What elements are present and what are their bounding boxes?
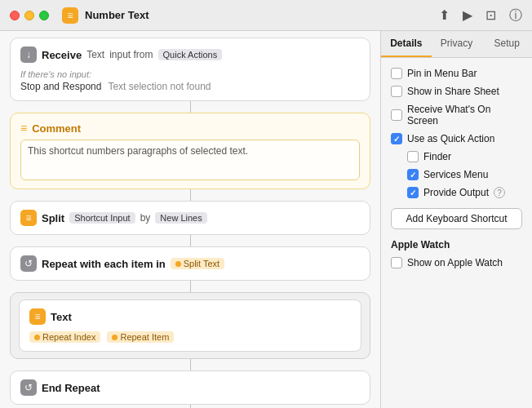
- maximize-button[interactable]: [39, 11, 49, 20]
- split-title: Split: [42, 212, 64, 224]
- text-inner-icon: ≡: [29, 308, 46, 325]
- provide-output-checkbox[interactable]: [407, 187, 419, 198]
- receive-card-header: ↓ Receive Text input from Quick Actions: [20, 47, 360, 63]
- connector-1: [10, 101, 370, 113]
- receive-screen-label: Receive What's On Screen: [407, 104, 522, 126]
- tab-details[interactable]: Details: [381, 31, 432, 57]
- comment-text[interactable]: This shortcut numbers paragraphs of sele…: [20, 140, 360, 180]
- provide-output-row: Provide Output ?: [391, 185, 522, 200]
- show-share-sheet-row: Show in Share Sheet: [391, 84, 522, 99]
- photo-button[interactable]: ⊡: [485, 9, 496, 22]
- split-newlines-tag[interactable]: New Lines: [155, 212, 206, 224]
- info-button[interactable]: ⓘ: [509, 9, 522, 22]
- receive-card: ↓ Receive Text input from Quick Actions …: [10, 38, 370, 101]
- connector-2: [10, 189, 370, 201]
- split-by-label: by: [140, 212, 151, 224]
- receive-title: Receive: [42, 49, 82, 61]
- app-icon: ≡: [62, 7, 78, 24]
- repeat-title: Repeat with each item in: [42, 258, 166, 270]
- close-button[interactable]: [10, 11, 20, 20]
- main-layout: ↓ Receive Text input from Quick Actions …: [0, 31, 532, 408]
- services-menu-row: Services Menu: [391, 167, 522, 182]
- repeat-index-token[interactable]: Repeat Index: [29, 331, 100, 343]
- show-share-sheet-checkbox[interactable]: [391, 86, 402, 97]
- receive-no-input-action[interactable]: Stop and Respond: [20, 81, 101, 92]
- receive-no-input-row: Stop and Respond Text selection not foun…: [20, 81, 360, 92]
- split-card: ≡ Split Shortcut Input by New Lines: [10, 201, 370, 235]
- details-content: Pin in Menu Bar Show in Share Sheet Rece…: [381, 58, 532, 278]
- repeat-split-text-token[interactable]: Split Text: [171, 258, 224, 269]
- receive-screen-checkbox[interactable]: [391, 109, 402, 121]
- run-button[interactable]: ▶: [463, 9, 472, 22]
- text-inner-header: ≡ Text: [29, 308, 351, 325]
- add-keyboard-shortcut-button[interactable]: Add Keyboard Shortcut: [391, 208, 522, 229]
- details-panel: Details Privacy Setup Pin in Menu Bar Sh…: [381, 31, 532, 408]
- use-quick-action-checkbox[interactable]: [391, 133, 402, 144]
- shortcut-editor[interactable]: ↓ Receive Text input from Quick Actions …: [0, 31, 381, 408]
- end-repeat-header: ↺ End Repeat: [20, 379, 360, 396]
- comment-title: Comment: [32, 122, 81, 135]
- pin-menu-bar-label: Pin in Menu Bar: [407, 68, 477, 79]
- receive-source-tag[interactable]: Quick Actions: [158, 49, 223, 60]
- finder-label: Finder: [423, 151, 451, 162]
- show-on-apple-watch-label: Show on Apple Watch: [407, 257, 503, 268]
- receive-whats-on-screen-row: Receive What's On Screen: [391, 102, 522, 128]
- window-title: Number Text: [85, 9, 432, 21]
- use-quick-action-label: Use as Quick Action: [407, 133, 494, 144]
- use-as-quick-action-row: Use as Quick Action: [391, 131, 522, 146]
- comment-card-header: ≡ Comment: [20, 122, 360, 135]
- traffic-lights: [10, 11, 49, 20]
- inner-card-wrapper: ≡ Text Repeat Index Repeat Item: [10, 292, 370, 359]
- split-icon: ≡: [20, 210, 37, 226]
- repeat-card: ↺ Repeat with each item in Split Text: [10, 246, 370, 281]
- receive-label-from: input from: [109, 49, 153, 60]
- show-share-sheet-label: Show in Share Sheet: [407, 86, 499, 97]
- services-menu-label: Services Menu: [423, 169, 488, 180]
- finder-checkbox[interactable]: [407, 151, 419, 162]
- provide-output-help-icon[interactable]: ?: [494, 187, 505, 198]
- receive-no-input-desc: Text selection not found: [108, 81, 211, 92]
- panel-tabs: Details Privacy Setup: [381, 31, 532, 58]
- apple-watch-section-title: Apple Watch: [391, 239, 522, 251]
- text-inner-tokens: Repeat Index Repeat Item: [29, 331, 351, 343]
- minimize-button[interactable]: [24, 11, 34, 20]
- titlebar: ≡ Number Text ⬆ ▶ ⊡ ⓘ: [0, 0, 532, 31]
- end-repeat-icon: ↺: [20, 379, 37, 396]
- split-card-header: ≡ Split Shortcut Input by New Lines: [20, 210, 360, 226]
- receive-no-input-label: If there's no input:: [20, 69, 360, 79]
- text-inner-title: Text: [51, 311, 72, 323]
- tab-setup[interactable]: Setup: [481, 31, 532, 57]
- receive-label-text: Text: [86, 49, 104, 60]
- connector-3: [10, 235, 370, 246]
- connector-6: [10, 405, 370, 408]
- text-inner-card: ≡ Text Repeat Index Repeat Item: [19, 299, 361, 352]
- share-button[interactable]: ⬆: [439, 9, 450, 22]
- tab-privacy[interactable]: Privacy: [432, 31, 482, 57]
- pin-menu-bar-checkbox[interactable]: [391, 68, 402, 79]
- provide-output-label: Provide Output: [423, 187, 489, 198]
- repeat-icon: ↺: [20, 255, 37, 272]
- end-repeat-card: ↺ End Repeat: [10, 370, 370, 405]
- comment-card: ≡ Comment This shortcut numbers paragrap…: [10, 113, 370, 189]
- connector-5: [10, 359, 370, 370]
- comment-icon: ≡: [20, 122, 27, 135]
- services-menu-checkbox[interactable]: [407, 169, 419, 180]
- finder-row: Finder: [391, 149, 522, 164]
- repeat-item-token[interactable]: Repeat Item: [107, 331, 174, 343]
- show-on-apple-watch-row: Show on Apple Watch: [391, 255, 522, 270]
- repeat-card-header: ↺ Repeat with each item in Split Text: [20, 255, 360, 272]
- connector-4: [10, 281, 370, 292]
- end-repeat-title: End Repeat: [42, 382, 100, 394]
- receive-icon: ↓: [20, 47, 37, 63]
- split-input-tag[interactable]: Shortcut Input: [69, 212, 135, 224]
- show-on-apple-watch-checkbox[interactable]: [391, 257, 402, 268]
- titlebar-actions: ⬆ ▶ ⊡ ⓘ: [439, 9, 522, 22]
- pin-menu-bar-row: Pin in Menu Bar: [391, 66, 522, 81]
